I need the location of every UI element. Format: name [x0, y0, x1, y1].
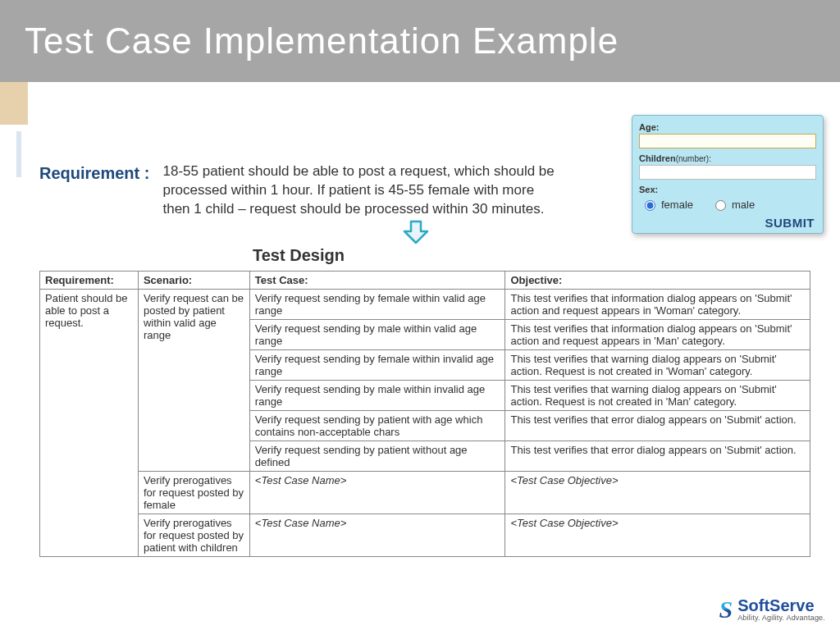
radio-female-input[interactable]	[645, 200, 655, 211]
table-row: Patient should be able to post a request…	[40, 290, 810, 320]
th-testcase: Test Case:	[249, 272, 505, 290]
children-label: Children(number):	[639, 153, 816, 163]
section-title: Test Design	[253, 246, 345, 265]
submit-button[interactable]: SUBMIT	[639, 212, 816, 230]
page-title: Test Case Implementation Example	[25, 21, 619, 62]
table-row: Verify prerogatives for request posted b…	[40, 514, 810, 557]
cell-obj: This test verifies that warning dialog a…	[505, 381, 810, 411]
table-header-row: Requirement: Scenario: Test Case: Object…	[40, 272, 810, 290]
requirement-text: 18-55 patient should be able to post a r…	[162, 115, 556, 219]
cell-scenario-3: Verify prerogatives for request posted b…	[138, 514, 249, 557]
radio-female[interactable]: female	[641, 198, 693, 211]
radio-female-label: female	[661, 199, 693, 211]
cell-scenario-1: Verify request can be posted by patient …	[138, 290, 249, 472]
title-bar: Test Case Implementation Example	[0, 0, 840, 82]
th-objective: Objective:	[505, 272, 810, 290]
cell-scenario-2: Verify prerogatives for request posted b…	[138, 472, 249, 514]
cell-obj: This test verifies that information dial…	[505, 290, 810, 320]
brand-logo: S SoftServe Ability. Agility. Advantage.	[719, 597, 825, 622]
th-requirement: Requirement:	[40, 272, 139, 290]
sample-form-panel: Age: Children(number): Sex: female male …	[632, 115, 824, 234]
cell-tc: Verify request sending by patient with a…	[249, 411, 505, 441]
th-scenario: Scenario:	[138, 272, 249, 290]
cell-tc: Verify request sending by patient withou…	[249, 441, 505, 472]
test-design-table: Requirement: Scenario: Test Case: Object…	[39, 271, 810, 557]
cell-obj: This test verifies that error dialog app…	[505, 411, 810, 441]
requirement-label: Requirement :	[39, 115, 149, 183]
children-input[interactable]	[639, 165, 816, 180]
content-area: Requirement : 18-55 patient should be ab…	[39, 115, 824, 219]
accent-thin	[16, 131, 21, 177]
cell-obj-placeholder: <Test Case Objective>	[505, 472, 810, 514]
cell-tc: Verify request sending by female within …	[249, 290, 505, 320]
cell-tc-placeholder: <Test Case Name>	[249, 514, 505, 557]
radio-male-input[interactable]	[715, 200, 726, 211]
logo-mark-icon: S	[719, 600, 733, 619]
cell-tc: Verify request sending by male within in…	[249, 381, 505, 411]
cell-obj: This test verifies that warning dialog a…	[505, 350, 810, 381]
cell-obj-placeholder: <Test Case Objective>	[505, 514, 810, 557]
radio-male-label: male	[732, 199, 755, 211]
cell-tc: Verify request sending by female within …	[249, 350, 505, 381]
cell-obj: This test verifies that information dial…	[505, 320, 810, 350]
accent-block	[0, 82, 28, 125]
age-label: Age:	[639, 122, 816, 132]
radio-male[interactable]: male	[711, 198, 755, 211]
arrow-down-icon	[400, 220, 431, 244]
logo-brand: SoftServe	[737, 597, 825, 614]
table-row: Verify prerogatives for request posted b…	[40, 472, 810, 514]
sex-label: Sex:	[639, 185, 816, 194]
cell-tc-placeholder: <Test Case Name>	[249, 472, 505, 514]
cell-obj: This test verifies that error dialog app…	[505, 441, 810, 472]
cell-tc: Verify request sending by male within va…	[249, 320, 505, 350]
age-input[interactable]	[639, 134, 816, 148]
cell-requirement: Patient should be able to post a request…	[40, 290, 139, 557]
logo-tagline: Ability. Agility. Advantage.	[737, 614, 825, 622]
